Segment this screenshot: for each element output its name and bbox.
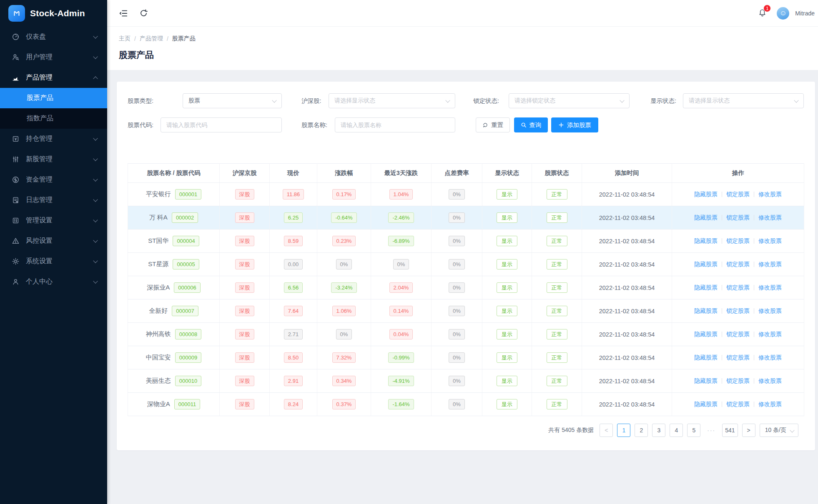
hide-stock-link[interactable]: 隐藏股票	[694, 191, 718, 197]
page-size-select[interactable]: 10 条/页	[760, 424, 798, 437]
spread-badge: 0%	[449, 306, 465, 316]
change-badge-cell: 0.34%	[317, 369, 371, 393]
search-button[interactable]: 查询	[514, 117, 548, 132]
edit-stock-link[interactable]: 修改股票	[758, 237, 782, 244]
hide-stock-link[interactable]: 隐藏股票	[694, 331, 718, 337]
column-header: 沪深京股	[220, 164, 270, 183]
change-3d-badge: 2.04%	[389, 282, 413, 293]
lock-stock-link[interactable]: 锁定股票	[726, 284, 750, 291]
lock-stock-link[interactable]: 锁定股票	[726, 401, 750, 407]
pagination-page-button[interactable]: 3	[652, 424, 665, 437]
sidebar-item-admin-settings[interactable]: 管理设置	[0, 210, 107, 231]
reset-button[interactable]: 重置	[476, 117, 510, 132]
pagination-prev-icon[interactable]: <	[600, 424, 613, 437]
hide-stock-link[interactable]: 隐藏股票	[694, 237, 718, 244]
sidebar-item-label: 新股管理	[26, 155, 53, 164]
price-badge-cell: 6.56	[270, 276, 317, 299]
change-3d-badge: 0%	[393, 259, 409, 269]
pagination-next-icon[interactable]: >	[742, 424, 755, 437]
edit-stock-link[interactable]: 修改股票	[758, 191, 782, 197]
change-3d-badge: -6.89%	[388, 236, 414, 246]
sidebar-item-products[interactable]: 产品管理	[0, 67, 107, 88]
breadcrumb-home[interactable]: 主页	[119, 35, 130, 42]
lock-stock-link[interactable]: 锁定股票	[726, 354, 750, 361]
stock-code-badge: 000009	[175, 352, 201, 363]
hide-stock-link[interactable]: 隐藏股票	[694, 307, 718, 314]
chevron-down-icon	[794, 98, 798, 102]
pagination-page-button[interactable]: 5	[687, 424, 700, 437]
edit-stock-link[interactable]: 修改股票	[758, 307, 782, 314]
added-time-cell: 2022-11-02 03:48:54	[582, 230, 672, 253]
collapse-sidebar-icon[interactable]	[118, 8, 129, 19]
edit-stock-link[interactable]: 修改股票	[758, 401, 782, 407]
edit-stock-link[interactable]: 修改股票	[758, 284, 782, 291]
sidebar-item-risk-settings[interactable]: 风控设置	[0, 231, 107, 251]
breadcrumb-product-mgmt[interactable]: 产品管理	[140, 35, 163, 42]
edit-stock-link[interactable]: 修改股票	[758, 214, 782, 221]
added-time: 2022-11-02 03:48:54	[599, 238, 655, 245]
avatar[interactable]: ☺	[777, 7, 789, 20]
lock-stock-link[interactable]: 锁定股票	[726, 214, 750, 221]
market-badge: 深股	[235, 189, 254, 200]
refresh-icon[interactable]	[138, 8, 149, 19]
pagination-page-button[interactable]: 4	[670, 424, 683, 437]
sidebar-item-dashboard[interactable]: 仪表盘	[0, 27, 107, 47]
hide-stock-link[interactable]: 隐藏股票	[694, 354, 718, 361]
stock-code-input[interactable]	[161, 117, 282, 132]
change-3d-badge-cell: -2.46%	[371, 206, 432, 230]
sidebar-subitem-label: 股票产品	[27, 94, 53, 102]
added-time-cell: 2022-11-02 03:48:54	[582, 346, 672, 369]
hide-stock-link[interactable]: 隐藏股票	[694, 401, 718, 407]
action-separator	[722, 402, 722, 407]
pagination-page-button[interactable]: 1	[617, 424, 630, 437]
hide-stock-link[interactable]: 隐藏股票	[694, 377, 718, 384]
edit-stock-link[interactable]: 修改股票	[758, 261, 782, 267]
sidebar-item-funds[interactable]: 资金管理	[0, 170, 107, 190]
lock-stock-link[interactable]: 锁定股票	[726, 237, 750, 244]
sidebar-item-positions[interactable]: 持仓管理	[0, 129, 107, 149]
username[interactable]: Mitrade	[795, 10, 815, 17]
add-stock-button[interactable]: 添加股票	[551, 117, 598, 132]
edit-stock-link[interactable]: 修改股票	[758, 354, 782, 361]
pagination-page-button[interactable]: 2	[635, 424, 648, 437]
sidebar-item-new-stocks[interactable]: 新股管理	[0, 149, 107, 170]
sidebar-item-system-settings[interactable]: 系统设置	[0, 251, 107, 272]
hide-stock-link[interactable]: 隐藏股票	[694, 261, 718, 267]
sidebar-item-index-products[interactable]: 指数产品	[0, 108, 107, 129]
spread-cell: 0%	[432, 206, 482, 230]
sidebar-item-logs[interactable]: 日志管理	[0, 190, 107, 210]
spread-badge: 0%	[449, 212, 465, 223]
sidebar-item-profile[interactable]: 个人中心	[0, 272, 107, 292]
added-time-cell: 2022-11-02 03:48:54	[582, 323, 672, 346]
price-badge: 8.24	[284, 399, 303, 409]
stock-status-badge-cell: 正常	[532, 323, 582, 346]
sidebar-item-stock-products[interactable]: 股票产品	[0, 88, 107, 108]
stock-type-select[interactable]: 股票	[183, 93, 282, 108]
display-status-select[interactable]: 请选择显示状态	[683, 93, 804, 108]
sidebar-item-users[interactable]: 用户管理	[0, 47, 107, 67]
pagination-page-button[interactable]: 541	[722, 424, 738, 437]
lock-stock-link[interactable]: 锁定股票	[726, 307, 750, 314]
lock-stock-link[interactable]: 锁定股票	[726, 191, 750, 197]
search-icon	[521, 122, 527, 128]
display-status-badge-cell: 显示	[482, 369, 532, 393]
lock-stock-link[interactable]: 锁定股票	[726, 331, 750, 337]
logo[interactable]: Stock-Admin	[0, 0, 107, 27]
notifications-bell-icon[interactable]: 1	[758, 8, 767, 18]
lock-stock-link[interactable]: 锁定股票	[726, 261, 750, 267]
pagination-total: 共有 5405 条数据	[548, 427, 594, 434]
display-status-badge: 显示	[497, 399, 517, 409]
stock-name-input[interactable]	[335, 117, 455, 132]
change-badge-cell: -3.24%	[317, 276, 371, 299]
lock-status-select[interactable]: 请选择锁定状态	[509, 93, 630, 108]
action-separator	[722, 378, 722, 384]
chevron-down-icon	[93, 54, 98, 59]
edit-stock-link[interactable]: 修改股票	[758, 331, 782, 337]
hs-stock-select[interactable]: 请选择显示状态	[329, 93, 455, 108]
hide-stock-link[interactable]: 隐藏股票	[694, 214, 718, 221]
hide-stock-link[interactable]: 隐藏股票	[694, 284, 718, 291]
edit-stock-link[interactable]: 修改股票	[758, 377, 782, 384]
breadcrumb-current: 股票产品	[172, 35, 196, 42]
display-status-badge: 显示	[497, 189, 517, 200]
lock-stock-link[interactable]: 锁定股票	[726, 377, 750, 384]
